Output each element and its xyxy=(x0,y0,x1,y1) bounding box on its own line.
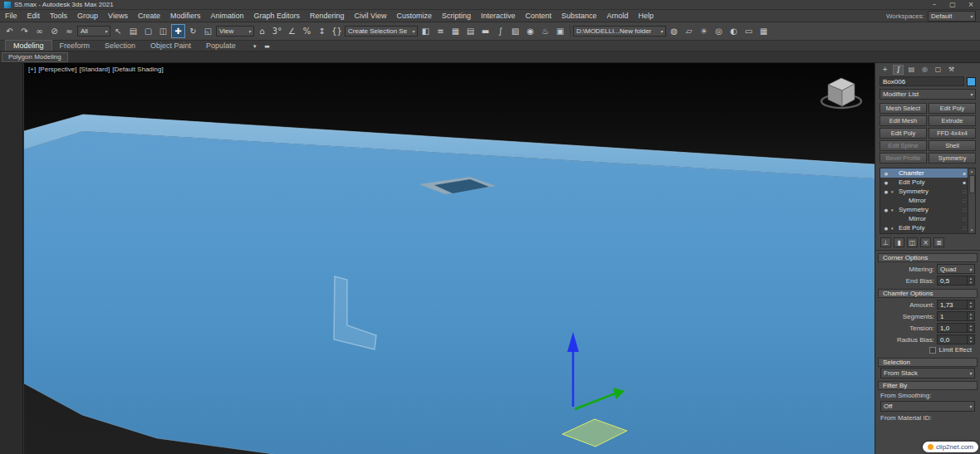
rectangular-selection-region-icon[interactable]: ▢ xyxy=(141,24,155,38)
ribbon-tab[interactable]: Populate xyxy=(198,41,243,51)
visibility-bulb-icon[interactable]: ● xyxy=(883,226,889,231)
watermark-badge[interactable]: clip2net.com xyxy=(923,442,978,452)
visibility-bulb-icon[interactable]: ● xyxy=(883,207,889,212)
viewport-pov-menu[interactable]: [Perspective] xyxy=(38,66,76,73)
hierarchy-tab-icon[interactable]: ▤ xyxy=(906,65,917,75)
curve-editor-icon[interactable]: ∫ xyxy=(493,24,507,38)
arnold-render-icon[interactable]: ◐ xyxy=(727,24,741,38)
modifier-button[interactable]: Shell xyxy=(929,140,976,151)
corner-options-rollout[interactable]: Corner Options xyxy=(878,253,978,262)
filter-by-rollout[interactable]: Filter By xyxy=(878,381,978,390)
select-and-rotate-icon[interactable]: ↻ xyxy=(186,24,200,38)
expand-arrow-icon[interactable]: ▾ xyxy=(891,207,897,212)
view-cube[interactable] xyxy=(821,78,861,108)
modifier-button[interactable]: Edit Poly xyxy=(880,128,927,139)
visibility-bulb-icon[interactable]: ● xyxy=(883,171,889,176)
object-name-field[interactable]: Box006 xyxy=(880,76,964,86)
mirror-icon[interactable]: ◧ xyxy=(419,24,433,38)
from-smoothing-dropdown[interactable]: Off xyxy=(880,401,975,412)
stack-scrollbar[interactable] xyxy=(968,168,975,233)
spinner-snap-icon[interactable]: ↕ xyxy=(315,24,329,38)
percent-snap-icon[interactable]: % xyxy=(300,24,314,38)
expand-arrow-icon[interactable]: ▾ xyxy=(891,226,897,231)
show-end-result-icon[interactable]: ▮ xyxy=(894,237,904,247)
ribbon-tab[interactable]: Modeling xyxy=(5,40,52,51)
numeric-field[interactable]: 0,0 xyxy=(937,334,975,344)
layer-explorer-icon[interactable]: ▤ xyxy=(463,24,478,38)
ribbon-options-icon[interactable]: ▬ xyxy=(262,41,272,51)
menu-item[interactable]: Create xyxy=(133,12,165,20)
scroll-down-icon[interactable] xyxy=(971,227,973,233)
motion-tab-icon[interactable]: ◎ xyxy=(919,65,930,75)
modifier-button[interactable]: Edit Mesh xyxy=(880,115,927,126)
create-tab-icon[interactable]: + xyxy=(880,65,890,75)
snaps-toggle-icon[interactable]: 3° xyxy=(270,24,284,38)
viewport-shading-menu[interactable]: [Default Shading] xyxy=(112,66,163,73)
menu-item[interactable]: Arnold xyxy=(602,12,634,20)
menu-item[interactable]: Customize xyxy=(391,12,437,20)
ribbon-tab[interactable]: Selection xyxy=(97,41,143,51)
stack-row[interactable]: ● Edit Poly ▪ xyxy=(880,178,968,187)
material-editor-icon[interactable]: ◉ xyxy=(523,24,537,38)
mitering-dropdown[interactable]: Quad xyxy=(937,264,975,274)
polygon-modeling-panel-tab[interactable]: Polygon Modeling xyxy=(2,52,68,62)
menu-item[interactable]: Graph Editors xyxy=(248,12,305,20)
spinner-control[interactable] xyxy=(967,324,974,332)
viewport-renderer-menu[interactable]: [Standard] xyxy=(79,66,110,73)
render-setup-icon[interactable]: ♨ xyxy=(538,24,552,38)
modifier-button[interactable]: Bevel Profile xyxy=(880,153,927,164)
menu-item[interactable]: Rendering xyxy=(305,12,350,20)
menu-item[interactable]: Modifiers xyxy=(165,12,206,20)
stack-row[interactable]: ● ▾ Symmetry ∷ xyxy=(880,187,968,196)
lights-icon[interactable]: ☀ xyxy=(697,24,711,38)
modifier-list-dropdown[interactable]: Modifier List xyxy=(880,89,976,100)
expand-arrow-icon[interactable]: ▾ xyxy=(891,189,897,194)
menu-item[interactable]: File xyxy=(0,12,22,20)
project-folder-dropdown[interactable]: D:\MODELLI...New folder xyxy=(573,26,666,37)
spinner-control[interactable] xyxy=(967,312,974,320)
scroll-up-icon[interactable] xyxy=(971,168,973,174)
visibility-bulb-icon[interactable]: ● xyxy=(883,180,889,185)
window-crossing-icon[interactable]: ◫ xyxy=(156,24,170,38)
spinner-control[interactable] xyxy=(967,300,974,309)
menu-item[interactable]: Views xyxy=(103,12,133,20)
numeric-field[interactable]: 1 xyxy=(937,311,975,321)
modify-tab-icon[interactable]: ∫ xyxy=(893,65,904,75)
menu-item[interactable]: Help xyxy=(634,12,659,20)
ribbon-tab[interactable]: Freeform xyxy=(52,41,98,51)
unlink-selection-icon[interactable]: ⊘ xyxy=(47,24,61,38)
close-button[interactable]: × xyxy=(966,1,976,8)
named-selection-sets-dropdown[interactable]: Create Selection Se xyxy=(345,26,418,37)
selection-rollout[interactable]: Selection xyxy=(878,358,978,367)
select-by-name-icon[interactable]: ▤ xyxy=(126,24,140,38)
select-and-move-icon[interactable]: ✚ xyxy=(171,24,185,38)
menu-item[interactable]: Tools xyxy=(45,12,72,20)
select-and-scale-icon[interactable]: ◱ xyxy=(201,24,215,38)
chevron-down-icon[interactable]: ▾ xyxy=(250,41,260,51)
perspective-viewport[interactable]: [+][Perspective][Standard][Default Shadi… xyxy=(24,63,875,454)
modifier-button[interactable]: Symmetry xyxy=(929,153,976,164)
stack-row[interactable]: Mirror ∷ xyxy=(880,196,968,205)
pin-stack-icon[interactable]: ⊥ xyxy=(880,237,891,247)
menu-item[interactable]: Content xyxy=(520,12,556,20)
named-selection-sets-icon[interactable]: {} xyxy=(330,24,344,38)
scene-explorer-icon[interactable]: ▦ xyxy=(448,24,463,38)
menu-item[interactable]: Substance xyxy=(556,12,602,20)
menu-item[interactable]: Animation xyxy=(205,12,248,20)
viewport-general-menu[interactable]: [+] xyxy=(28,66,36,73)
menu-item[interactable]: Edit xyxy=(22,12,46,20)
modifier-button[interactable]: Mesh Select xyxy=(880,103,927,114)
open-folder-icon[interactable]: ▱ xyxy=(682,24,696,38)
modifier-button[interactable]: Edit Poly xyxy=(929,103,976,114)
numeric-field[interactable]: 1,0 xyxy=(937,323,975,333)
stack-row[interactable]: ● Chamfer ▪ xyxy=(880,168,968,178)
bind-to-space-warp-icon[interactable]: ≈ xyxy=(62,24,76,38)
modifier-button[interactable]: Extrude xyxy=(929,115,976,126)
spinner-control[interactable] xyxy=(967,276,974,285)
menu-item[interactable]: Interactive xyxy=(476,12,521,20)
schematic-view-icon[interactable]: ▧ xyxy=(508,24,522,38)
stack-row[interactable]: ● ▾ Edit Poly ∷ xyxy=(880,223,968,232)
scroll-thumb[interactable] xyxy=(969,175,975,193)
remove-modifier-icon[interactable]: × xyxy=(920,237,931,247)
ribbon-tab[interactable]: Object Paint xyxy=(143,41,198,51)
